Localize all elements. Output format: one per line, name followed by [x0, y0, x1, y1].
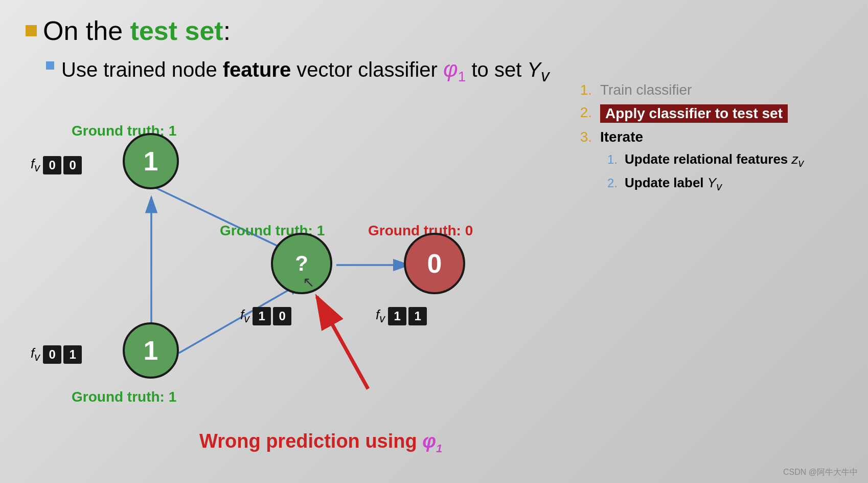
- wrong-phi: φ1: [422, 430, 442, 452]
- sub-step-1-label: Update relational features zv: [625, 151, 804, 170]
- header-text: On the test set:: [43, 15, 231, 46]
- phi-symbol: φ: [443, 56, 458, 81]
- fv-box-tl-0: 0: [43, 156, 61, 174]
- fv-box-r-0: 1: [388, 307, 406, 325]
- node-top-left: 1: [123, 133, 179, 189]
- wrong-prediction: Wrong prediction using φ1: [199, 430, 442, 455]
- header-bullet: [26, 25, 37, 36]
- fv-box-bl-0: 0: [43, 345, 61, 364]
- step-2-item: 2. Apply classifier to test set: [572, 104, 837, 123]
- node-right: 0: [404, 233, 465, 294]
- step-1-number: 1.: [572, 82, 592, 98]
- sub-step-1: 1. Update relational features zv: [602, 151, 837, 170]
- yv-var: Yv: [527, 58, 549, 81]
- sub-header: Use trained node feature vector classifi…: [46, 56, 842, 85]
- step-list: 1. Train classifier 2. Apply classifier …: [572, 82, 837, 145]
- fv-label-c: fv: [240, 307, 249, 325]
- step-2-number: 2.: [572, 104, 592, 121]
- sub-header-bullet: [46, 61, 54, 70]
- fv-box-bl-1: 1: [63, 345, 82, 364]
- fv-box-tl-1: 0: [63, 156, 82, 174]
- sub-step-2-num: 2.: [602, 176, 618, 190]
- fv-center: fv 1 0: [240, 307, 291, 325]
- fv-boxes-bl: 0 1: [43, 345, 82, 364]
- arrows-svg: [20, 123, 583, 471]
- node-center: ?: [271, 233, 332, 294]
- fv-label-tl: fv: [31, 156, 40, 174]
- fv-boxes-tl: 0 0: [43, 156, 82, 174]
- fv-boxes-c: 1 0: [253, 307, 291, 325]
- fv-right: fv 1 1: [376, 307, 427, 325]
- step-2-label: Apply classifier to test set: [600, 104, 788, 123]
- right-panel: 1. Train classifier 2. Apply classifier …: [572, 82, 837, 199]
- phi-subscript: 1: [458, 69, 466, 84]
- sub-step-2: 2. Update label Yv: [602, 175, 837, 193]
- main-container: On the test set: Use trained node featur…: [0, 0, 868, 483]
- fv-top-left: fv 0 0: [31, 156, 82, 174]
- fv-label-bl: fv: [31, 345, 40, 364]
- watermark: CSDN @阿牛大牛中: [783, 467, 858, 478]
- fv-box-r-1: 1: [408, 307, 427, 325]
- gt-bottom-left: Ground truth: 1: [72, 389, 176, 405]
- node-bottom-left: 1: [123, 322, 179, 379]
- fv-label-r: fv: [376, 307, 385, 325]
- fv-bottom-left: fv 0 1: [31, 345, 82, 364]
- step-1-item: 1. Train classifier: [572, 82, 837, 98]
- sub-step-2-label: Update label Yv: [625, 175, 722, 193]
- sub-step-1-num: 1.: [602, 152, 618, 167]
- step-3-label: Iterate: [600, 129, 643, 145]
- feature-bold: feature: [223, 58, 291, 81]
- fv-boxes-r: 1 1: [388, 307, 427, 325]
- sub-steps: 1. Update relational features zv 2. Upda…: [602, 151, 837, 193]
- test-set-highlight: test set: [130, 16, 223, 46]
- header: On the test set:: [26, 15, 842, 46]
- step-1-label: Train classifier: [600, 82, 692, 98]
- fv-box-c-1: 0: [273, 307, 291, 325]
- step-3-item: 3. Iterate: [572, 129, 837, 145]
- sub-header-text: Use trained node feature vector classifi…: [61, 56, 550, 85]
- fv-box-c-0: 1: [253, 307, 271, 325]
- graph-area: Ground truth: 1 fv 0 0 1 Ground truth: 1…: [20, 123, 583, 471]
- svg-line-6: [317, 297, 368, 389]
